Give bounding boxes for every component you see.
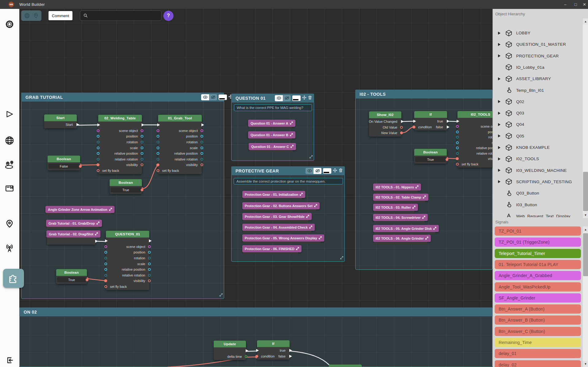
puzzle-icon[interactable]	[3, 269, 24, 288]
group-header-grab-tutorial[interactable]: GRAB TUTORIAL	[21, 93, 224, 102]
group-color-swatch[interactable]	[323, 168, 331, 174]
teal-port[interactable]	[201, 158, 203, 160]
cyan-port[interactable]	[148, 268, 151, 271]
signal-btn-answer-a-button-[interactable]: Btn_Answer_A (Button)	[495, 304, 581, 314]
magenta-port[interactable]	[201, 129, 203, 132]
teal-port[interactable]	[141, 158, 143, 160]
node-bool-false[interactable]: Boolean False	[48, 156, 80, 170]
signal-01-teleport-tutorial-01a-play[interactable]: 01. Teleport Tutorial 01a PLAY	[495, 260, 581, 269]
signals-scroll-thumb[interactable]	[583, 233, 588, 276]
salmon-port[interactable]	[157, 169, 159, 172]
expand-icon[interactable]	[422, 216, 425, 219]
node-title[interactable]: Start	[44, 114, 77, 121]
hierarchy-item-i03-button[interactable]: I03_Button	[493, 199, 582, 211]
node-title[interactable]: QUESTION_01	[106, 231, 149, 238]
group-header-protective-gear[interactable]: PROTECTIVE GEAR	[231, 166, 345, 175]
location-pin-icon[interactable]	[4, 218, 15, 229]
salmon-port[interactable]	[201, 164, 203, 166]
exec-port[interactable]	[201, 123, 204, 126]
eye-slash-icon[interactable]	[283, 95, 291, 101]
boolean-value-dropdown[interactable]: True	[57, 277, 86, 282]
expand-icon[interactable]	[423, 195, 426, 199]
cyan-port[interactable]	[104, 262, 107, 265]
node-grab-tool[interactable]: 01_Grab_Toolscene objectpositionrotation…	[158, 115, 202, 174]
hierarchy-item-q02[interactable]: Q02	[493, 96, 582, 107]
node-canvas[interactable]: Comment ? GRAB TUTORIAL QUESTION 01	[19, 9, 493, 367]
node-title[interactable]: Update	[214, 341, 246, 347]
signal-sf-angle-grinder[interactable]: SF_Angle_Grinder	[495, 293, 581, 303]
function-node-q01-answer-a[interactable]: Question 01 - Answer A	[248, 120, 295, 127]
hierarchy-item-i03-welding-machine[interactable]: I03_WELDING_MACHINE	[493, 165, 582, 176]
cyan-port[interactable]	[97, 146, 99, 149]
magenta-port[interactable]	[157, 129, 159, 132]
teal-port[interactable]	[157, 158, 159, 160]
hierarchy-item-asset-library[interactable]: ASSET_LIBRARY	[493, 73, 582, 84]
salmon-port[interactable]	[141, 164, 143, 166]
node-start[interactable]: StartStart	[44, 114, 77, 128]
expand-icon[interactable]	[415, 185, 419, 189]
eye-icon[interactable]	[201, 94, 209, 100]
signal-teleport-tutorial-timer[interactable]: Teleport_Tutorial_Timer	[495, 249, 581, 258]
node-bool-true-2[interactable]: Boolean True	[56, 269, 87, 284]
eye-icon[interactable]	[275, 95, 283, 101]
node-if-1[interactable]: Iftrueconditionfalse	[414, 111, 447, 130]
node-title[interactable]: Boolean	[110, 179, 142, 186]
maximize-button[interactable]: □	[570, 0, 581, 9]
move-icon[interactable]	[302, 95, 306, 101]
function-node-grab-tut-02[interactable]: Grab Tutorial - 02. Drag/Slot	[46, 230, 100, 238]
cyan-port[interactable]	[456, 130, 459, 133]
expand-icon[interactable]	[290, 122, 293, 125]
signal-btn-answer-b-button-[interactable]: Btn_Answer_B (Button)	[495, 315, 581, 325]
hierarchy-item-io-lobby-01a[interactable]: IO_Lobby_01a	[493, 62, 582, 73]
function-node-pg-05[interactable]: Protection Gear - 05. Wrong Answers Disp…	[242, 234, 324, 241]
signal-angle-tool-waspickedup[interactable]: Angle_Tool_WasPickedUp	[495, 282, 581, 292]
cyan-port[interactable]	[148, 251, 151, 254]
exec-port[interactable]	[76, 123, 79, 126]
expand-icon[interactable]	[314, 204, 317, 208]
trash-icon[interactable]	[339, 168, 343, 174]
eye-slash-icon[interactable]	[209, 94, 217, 100]
exec-port[interactable]	[413, 120, 416, 123]
function-node-pg-03[interactable]: Protection Gear - 03. Gear Show/Hide	[242, 213, 312, 220]
move-icon[interactable]	[333, 168, 337, 174]
minimize-button[interactable]: –	[560, 0, 570, 9]
cyan-port[interactable]	[201, 152, 203, 155]
signal-tz-poi-01-triggerzone-[interactable]: TZ_POI_01 (TriggerZone)	[495, 238, 581, 247]
exec-port[interactable]	[149, 239, 152, 242]
cyan-port[interactable]	[201, 146, 203, 149]
salmon-port[interactable]	[446, 158, 448, 161]
signals-scrollbar[interactable]: ▲ ▼	[583, 226, 588, 367]
hierarchy-item-q03-button[interactable]: Q03_Button	[493, 187, 582, 199]
hierarchy-item-protection-gear[interactable]: PROTECTION_GEAR	[493, 50, 582, 62]
hierarchy-item-knob-example[interactable]: KNOB EXAMPLE	[493, 142, 582, 153]
function-node-i02t-01[interactable]: I02 TOOLS - 01. Nippers	[373, 184, 421, 191]
magenta-port[interactable]	[97, 129, 99, 132]
cyan-port[interactable]	[456, 141, 459, 144]
group-header-i02-tools[interactable]: I02 - TOOLS	[355, 90, 493, 99]
function-node-pg-04[interactable]: Protection Gear - 04. Assembled Check	[242, 224, 315, 231]
expand-icon[interactable]	[319, 236, 322, 240]
node-title[interactable]: 02_Welding_Table	[98, 115, 142, 122]
teal-port[interactable]	[456, 152, 459, 155]
node-i02-tools-node[interactable]: I02_TOOLSscene objectpositionrotationsca…	[458, 111, 493, 168]
function-node-i02t-05[interactable]: I02 TOOLS - 05. Angle Grinder Disk	[373, 225, 439, 232]
node-bottom-node[interactable]	[329, 365, 362, 367]
exec-port[interactable]	[447, 126, 450, 129]
node-title[interactable]: Boolean	[48, 156, 80, 162]
signals-scroll-up[interactable]: ▲	[583, 226, 588, 233]
antenna-icon[interactable]	[4, 243, 15, 253]
visibility-toggle[interactable]	[275, 95, 291, 101]
salmon-port[interactable]	[104, 280, 107, 282]
node-title[interactable]: Boolean	[414, 149, 447, 156]
expand-icon[interactable]	[95, 232, 98, 236]
salmon-port[interactable]	[400, 126, 403, 129]
eye-slash-icon[interactable]	[313, 168, 321, 174]
function-node-i02t-03[interactable]: I02 TOOLS - 03. Ruller	[373, 204, 418, 211]
salmon-port[interactable]	[97, 169, 99, 172]
exec-port[interactable]	[157, 123, 160, 126]
node-title[interactable]: If	[414, 111, 447, 118]
exec-port[interactable]	[447, 120, 450, 123]
signal-angle-grinder-a-grabbed[interactable]: Angle_Grinder_A_Grabbed	[495, 271, 581, 280]
salmon-port[interactable]	[456, 157, 459, 160]
expand-arrow-icon[interactable]	[498, 112, 500, 115]
